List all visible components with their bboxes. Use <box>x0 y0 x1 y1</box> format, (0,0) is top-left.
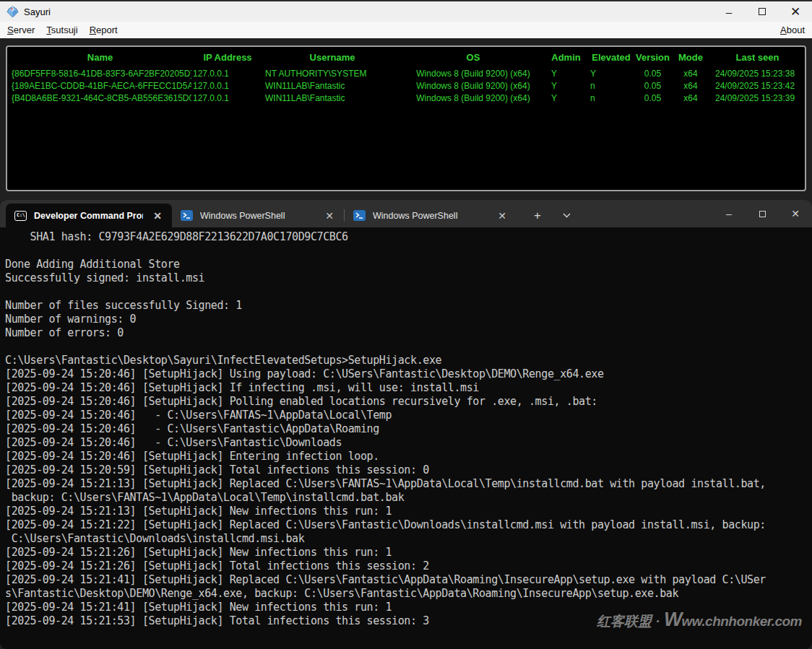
hosts-table-panel[interactable]: NameIP AddressUsernameOSAdminElevatedVer… <box>6 45 806 191</box>
cell-mode: x64 <box>670 92 712 105</box>
tab-close-icon[interactable]: ✕ <box>150 210 165 222</box>
maximize-icon <box>759 8 766 15</box>
terminal-minimize-button[interactable]: – <box>712 200 746 227</box>
terminal-line: Successfully signed: install.msi <box>5 271 812 285</box>
tab-label: Windows PowerShell <box>200 211 315 221</box>
table-row[interactable]: {86DF5FF8-5816-41DB-83F3-6AF2BF20205D}12… <box>9 68 803 80</box>
cell-username: WIN11LAB\Fantastic <box>264 92 401 105</box>
tab-label: Developer Command Prompt <box>34 211 143 221</box>
cell-mode: x64 <box>670 80 712 92</box>
menu-item-about[interactable]: About <box>773 23 812 37</box>
menu-item-erver[interactable]: Server <box>1 23 40 37</box>
title-bar[interactable]: Sayuri – ✕ <box>0 1 812 22</box>
column-header-ip-address[interactable]: IP Address <box>191 47 264 68</box>
terminal-line <box>5 244 812 258</box>
table-row[interactable]: {B4D8A6BE-9321-464C-8CB5-AB556E3615D0}12… <box>9 92 803 105</box>
cell-version: 0.05 <box>636 80 670 92</box>
tab-strip: C:\Developer Command Prompt✕Windows Powe… <box>0 204 517 227</box>
cell-admin: Y <box>545 92 587 105</box>
terminal-line: Number of errors: 0 <box>5 326 812 340</box>
column-header-os[interactable]: OS <box>401 47 545 68</box>
sayuri-app-icon <box>7 6 19 18</box>
terminal-output[interactable]: SHA1 hash: C9793F4A2E629D88F2213622D7A0C… <box>0 227 812 649</box>
terminal-line: [2025-09-24 15:20:46] [SetupHijack] If i… <box>5 381 812 395</box>
terminal-line <box>5 285 812 299</box>
cell-last-seen: 24/09/2025 15:23:38 <box>712 68 803 80</box>
terminal-line: [2025-09-24 15:20:46] - C:\Users\Fantast… <box>5 436 812 450</box>
cell-admin: Y <box>545 68 587 80</box>
cell-ip-address: 127.0.0.1 <box>191 92 264 105</box>
terminal-line: Number of warnings: 0 <box>5 313 812 326</box>
cell-version: 0.05 <box>636 92 670 105</box>
terminal-tab-bar: C:\Developer Command Prompt✕Windows Powe… <box>0 200 812 227</box>
close-button[interactable]: ✕ <box>779 1 812 22</box>
cell-name: {B4D8A6BE-9321-464C-8CB5-AB556E3615D0} <box>9 92 191 105</box>
terminal-line: [2025-09-24 15:20:46] - C:\Users\Fantast… <box>5 422 812 436</box>
minimize-button[interactable]: – <box>712 1 746 22</box>
terminal-line: [2025-09-24 15:21:41] [SetupHijack] Repl… <box>5 573 812 587</box>
powershell-icon <box>353 210 366 221</box>
hosts-table-header-row: NameIP AddressUsernameOSAdminElevatedVer… <box>9 47 803 68</box>
tab-label: Windows PowerShell <box>373 211 488 221</box>
column-header-username[interactable]: Username <box>264 47 401 68</box>
terminal-line: [2025-09-24 15:21:22] [SetupHijack] Repl… <box>5 518 812 532</box>
terminal-line: Done Adding Additional Store <box>5 258 812 271</box>
terminal-line: [2025-09-24 15:21:13] [SetupHijack] New … <box>5 505 812 518</box>
tab-developer-command-prompt-0[interactable]: C:\Developer Command Prompt✕ <box>6 204 172 227</box>
cell-name: {189AE1BC-CDDB-41BF-AECA-6FFECC1D5AC6} <box>9 80 191 92</box>
cell-last-seen: 24/09/2025 15:23:42 <box>712 80 803 92</box>
terminal-line: C:\Users\Fantastic\Downloads\installcmd.… <box>5 532 812 546</box>
table-row[interactable]: {189AE1BC-CDDB-41BF-AECA-6FFECC1D5AC6}12… <box>9 80 803 92</box>
cell-username: NT AUTHORITY\SYSTEM <box>264 68 401 80</box>
tab-windows-powershell-1[interactable]: Windows PowerShell✕ <box>172 204 344 227</box>
terminal-maximize-icon <box>759 211 766 217</box>
terminal-line: s\Fantastic\Desktop\DEMO\Renge_x64.exe, … <box>5 587 812 601</box>
maximize-button[interactable] <box>746 1 779 22</box>
cell-last-seen: 24/09/2025 15:23:39 <box>712 92 803 105</box>
menu-item-eport[interactable]: Report <box>84 23 124 37</box>
menu-item-sutsuji[interactable]: Tsutsuji <box>40 23 83 37</box>
powershell-icon <box>181 210 193 221</box>
terminal-line: [2025-09-24 15:21:26] [SetupHijack] New … <box>5 546 812 559</box>
terminal-maximize-button[interactable] <box>746 200 779 227</box>
terminal-line: [2025-09-24 15:20:46] - C:\Users\FANTAS~… <box>5 409 812 422</box>
cell-elevated: n <box>587 92 636 105</box>
new-tab-button[interactable]: + <box>525 204 550 227</box>
cell-name: {86DF5FF8-5816-41DB-83F3-6AF2BF20205D} <box>9 68 191 80</box>
terminal-line: SHA1 hash: C9793F4A2E629D88F2213622D7A0C… <box>5 230 812 244</box>
terminal-line: [2025-09-24 15:21:13] [SetupHijack] Repl… <box>5 477 812 491</box>
cell-ip-address: 127.0.0.1 <box>191 80 264 92</box>
window-title: Sayuri <box>24 6 51 17</box>
terminal-line <box>5 340 812 354</box>
cell-os: Windows 8 (Build 9200) (x64) <box>401 68 545 80</box>
cell-os: Windows 8 (Build 9200) (x64) <box>401 80 545 92</box>
column-header-mode[interactable]: Mode <box>670 47 712 68</box>
terminal-line: [2025-09-24 15:21:26] [SetupHijack] Tota… <box>5 559 812 573</box>
column-header-version[interactable]: Version <box>636 47 670 68</box>
terminal-line: Number of files successfully Signed: 1 <box>5 299 812 313</box>
tab-close-icon[interactable]: ✕ <box>322 210 337 222</box>
hosts-table: NameIP AddressUsernameOSAdminElevatedVer… <box>9 47 803 105</box>
column-header-last-seen[interactable]: Last seen <box>712 47 803 68</box>
terminal-line: backup: C:\Users\FANTAS~1\AppData\Local\… <box>5 491 812 505</box>
tab-dropdown-button[interactable] <box>554 204 579 227</box>
terminal-line: [2025-09-24 15:20:59] [SetupHijack] Tota… <box>5 463 812 477</box>
column-header-elevated[interactable]: Elevated <box>587 47 636 68</box>
terminal-line: C:\Users\Fantastic\Desktop\Sayuri\Infect… <box>5 354 812 367</box>
terminal-window-controls: – ✕ <box>712 200 812 227</box>
tab-windows-powershell-2[interactable]: Windows PowerShell✕ <box>345 204 517 227</box>
sayuri-window: Sayuri – ✕ ServerTsutsujiReport About Na… <box>0 0 812 649</box>
cell-version: 0.05 <box>636 68 670 80</box>
menu-items: ServerTsutsujiReport <box>0 25 124 35</box>
menu-bar: ServerTsutsujiReport About <box>0 22 812 38</box>
terminal-line: [2025-09-24 15:20:46] [SetupHijack] Poll… <box>5 395 812 409</box>
cmd-icon: C:\ <box>14 211 27 221</box>
column-header-name[interactable]: Name <box>9 47 191 68</box>
column-header-admin[interactable]: Admin <box>545 47 587 68</box>
chevron-down-icon <box>563 213 571 218</box>
terminal-line: [2025-09-24 15:20:46] [SetupHijack] Ente… <box>5 450 812 463</box>
terminal-window: C:\Developer Command Prompt✕Windows Powe… <box>0 200 812 649</box>
terminal-close-button[interactable]: ✕ <box>779 200 812 227</box>
tab-close-icon[interactable]: ✕ <box>495 210 509 222</box>
cell-username: WIN11LAB\Fantastic <box>264 80 401 92</box>
